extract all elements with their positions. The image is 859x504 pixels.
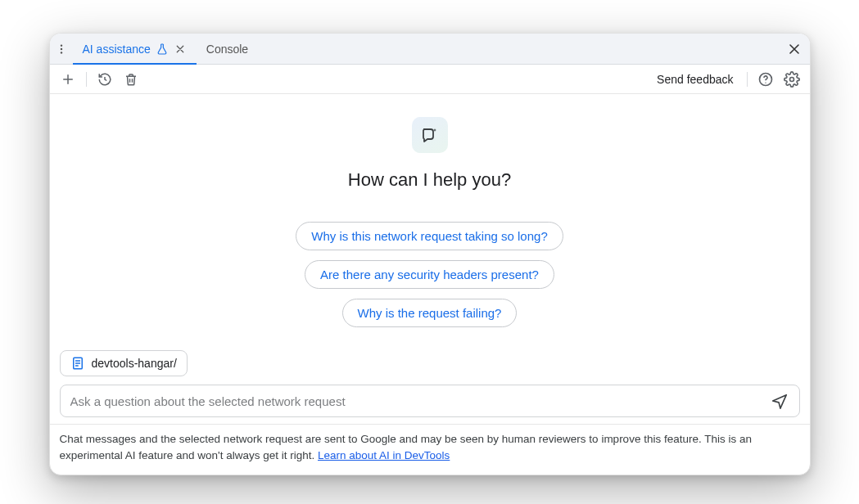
- footer-disclaimer: Chat messages and the selected network r…: [50, 424, 810, 475]
- divider: [86, 72, 87, 87]
- close-tab-button[interactable]: [174, 43, 187, 56]
- toolbar: Send feedback: [50, 65, 810, 94]
- svg-point-1: [60, 47, 61, 49]
- new-chat-button[interactable]: [57, 68, 79, 91]
- input-area: devtools-hangar/: [50, 350, 810, 424]
- delete-button[interactable]: [120, 68, 142, 91]
- context-label: devtools-hangar/: [92, 357, 177, 370]
- document-icon: [70, 356, 85, 371]
- prompt-input[interactable]: [70, 394, 766, 408]
- suggestion-chip[interactable]: Why is the request failing?: [342, 299, 518, 327]
- ai-sparkle-icon: [412, 117, 448, 153]
- tab-ai-assistance[interactable]: AI assistance: [73, 34, 197, 64]
- input-row: [60, 385, 800, 417]
- send-button[interactable]: [766, 388, 793, 414]
- svg-point-4: [765, 82, 766, 83]
- hero-title: How can I help you?: [348, 169, 511, 191]
- tab-console[interactable]: Console: [197, 34, 258, 64]
- suggestions-list: Why is this network request taking so lo…: [296, 222, 563, 327]
- context-chip[interactable]: devtools-hangar/: [60, 350, 188, 376]
- svg-point-0: [60, 44, 61, 46]
- tab-label: Console: [206, 43, 248, 56]
- tab-bar: AI assistance Console: [50, 34, 810, 65]
- svg-point-2: [60, 52, 61, 53]
- devtools-panel: AI assistance Console Send feedback: [49, 33, 811, 475]
- flask-icon: [156, 43, 169, 56]
- main-content: How can I help you? Why is this network …: [50, 94, 810, 350]
- more-menu-button[interactable]: [50, 34, 73, 64]
- suggestion-chip[interactable]: Are there any security headers present?: [305, 260, 554, 289]
- tab-label: AI assistance: [83, 43, 151, 56]
- learn-more-link[interactable]: Learn about AI in DevTools: [318, 449, 450, 461]
- history-button[interactable]: [93, 68, 116, 91]
- close-panel-button[interactable]: [779, 34, 810, 64]
- help-button[interactable]: [754, 68, 777, 91]
- settings-button[interactable]: [780, 68, 803, 91]
- svg-point-5: [789, 77, 793, 81]
- divider: [747, 72, 748, 87]
- suggestion-chip[interactable]: Why is this network request taking so lo…: [296, 222, 563, 250]
- send-feedback-button[interactable]: Send feedback: [650, 73, 739, 86]
